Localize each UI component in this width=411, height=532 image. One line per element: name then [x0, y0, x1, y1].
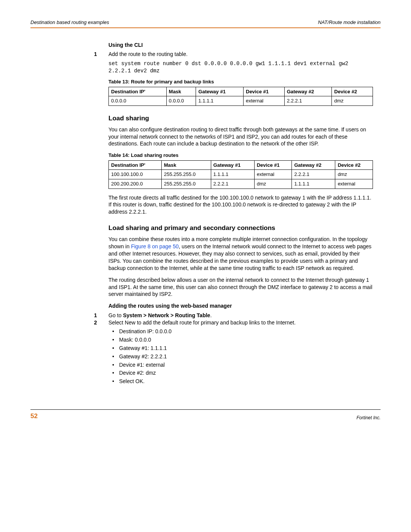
- table-header-cell: Device #2: [332, 87, 373, 96]
- table-header-cell: Device #1: [244, 87, 285, 96]
- list-item: Gateway #2: 2.2.2.1: [119, 353, 373, 360]
- table-cell: 255.255.255.0: [161, 170, 211, 179]
- table-header-cell: Device #2: [335, 160, 373, 170]
- combo-heading: Load sharing and primary and secondary c…: [108, 224, 373, 233]
- table-cell: 200.200.200.0: [109, 179, 162, 189]
- table-header-cell: Gateway #2: [284, 87, 332, 96]
- table-cell: external: [335, 179, 373, 189]
- header-right: NAT/Route mode installation: [318, 19, 381, 26]
- table-header-cell: Gateway #1: [211, 160, 254, 170]
- table-row: 200.200.200.0255.255.255.02.2.2.1dmz1.1.…: [109, 179, 373, 189]
- table-cell: 0.0.0.0: [166, 96, 196, 106]
- table-cell: dmz: [335, 170, 373, 179]
- list-item: Gateway #1: 1.1.1.1: [119, 345, 373, 352]
- table-row: 100.100.100.0255.255.255.01.1.1.1externa…: [109, 170, 373, 179]
- table-cell: 1.1.1.1: [292, 179, 335, 189]
- table-header-cell: Device #1: [254, 160, 292, 170]
- table-header-cell: Gateway #1: [196, 87, 244, 96]
- table-cell: 1.1.1.1: [196, 96, 244, 106]
- table-header-cell: Mask: [166, 87, 196, 96]
- table-cell: 255.255.255.0: [161, 179, 211, 189]
- load-sharing-intro: You can also configure destination routi…: [108, 126, 373, 148]
- table-cell: dmz: [332, 96, 373, 106]
- table14: Destination IP'MaskGateway #1Device #1Ga…: [108, 160, 373, 189]
- cli-code-block: set system route number 0 dst 0.0.0.0 0.…: [108, 60, 373, 75]
- load-sharing-heading: Load sharing: [108, 114, 373, 123]
- table-cell: 1.1.1.1: [211, 170, 254, 179]
- table-cell: 0.0.0.0: [109, 96, 167, 106]
- table14-caption: Table 14: Load sharing routes: [108, 152, 373, 159]
- table-cell: 100.100.100.0: [109, 170, 162, 179]
- step-number: 1: [94, 312, 108, 319]
- step-text: Add the route to the routing table.: [108, 51, 373, 58]
- nav-path: System > Network > Routing Table: [123, 312, 210, 318]
- figure-link[interactable]: Figure 8 on page 50: [131, 243, 178, 249]
- step2-text: Select New to add the default route for …: [108, 320, 296, 326]
- settings-list: Destination IP: 0.0.0.0Mask: 0.0.0.0Gate…: [108, 328, 373, 385]
- web-step-1: 1 Go to System > Network > Routing Table…: [94, 312, 373, 319]
- page-number: 52: [30, 412, 38, 421]
- page-footer: 52 Fortinet Inc.: [30, 409, 381, 421]
- table-header-cell: Gateway #2: [292, 160, 335, 170]
- step-text: Select New to add the default route for …: [108, 319, 373, 387]
- list-item: Destination IP: 0.0.0.0: [119, 328, 373, 335]
- web-manager-heading: Adding the routes using the web-based ma…: [108, 302, 373, 310]
- list-item: Mask: 0.0.0.0: [119, 336, 373, 343]
- combo-p1: You can combine these routes into a more…: [108, 236, 373, 272]
- table-header-cell: Mask: [161, 160, 211, 170]
- table-cell: 2.2.2.1: [292, 170, 335, 179]
- page-header: Destination based routing examples NAT/R…: [30, 19, 381, 28]
- table-cell: 2.2.2.1: [211, 179, 254, 189]
- table-cell: 2.2.2.1: [284, 96, 332, 106]
- list-item: Device #1: external: [119, 361, 373, 369]
- cli-step-1: 1 Add the route to the routing table.: [94, 51, 373, 58]
- footer-company: Fortinet Inc.: [357, 415, 381, 421]
- using-cli-heading: Using the CLI: [108, 42, 373, 49]
- step1-prefix: Go to: [108, 312, 123, 318]
- step1-suffix: .: [210, 312, 212, 318]
- step-number: 1: [94, 51, 108, 58]
- list-item: Device #2: dmz: [119, 369, 373, 377]
- table-cell: external: [254, 170, 292, 179]
- header-left: Destination based routing examples: [30, 19, 109, 26]
- list-item: Select OK.: [119, 378, 373, 385]
- web-step-2: 2 Select New to add the default route fo…: [94, 319, 373, 387]
- table-cell: external: [244, 96, 285, 106]
- step-text: Go to System > Network > Routing Table.: [108, 312, 373, 319]
- table-header-cell: Destination IP': [109, 87, 167, 96]
- table13-caption: Table 13: Route for primary and backup l…: [108, 78, 373, 85]
- table-cell: dmz: [254, 179, 292, 189]
- combo-p2: The routing described below allows a use…: [108, 276, 373, 298]
- table13: Destination IP'MaskGateway #1Device #1Ga…: [108, 87, 373, 106]
- table-header-cell: Destination IP': [109, 160, 162, 170]
- step-number: 2: [94, 319, 108, 387]
- table-row: 0.0.0.00.0.0.01.1.1.1external2.2.2.1dmz: [109, 96, 373, 106]
- load-sharing-explain: The first route directs all traffic dest…: [108, 194, 373, 216]
- main-content: Using the CLI 1 Add the route to the rou…: [108, 42, 373, 387]
